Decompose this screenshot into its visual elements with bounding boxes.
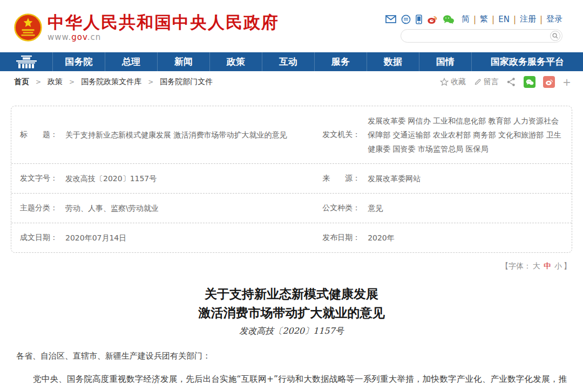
page-actions: 收藏 留言 + (440, 76, 571, 88)
separator: | (492, 15, 494, 24)
meta-label-doc-number: 发文字号： (20, 174, 65, 183)
meta-value-doc-number: 发改高技〔2020〕1157号 (65, 171, 157, 185)
document-meta-table: 标 题： 关于支持新业态新模式健康发展 激活消费市场带动扩大就业的意见 发文机关… (11, 106, 572, 253)
message-button[interactable]: 留言 (473, 77, 499, 87)
meta-label-issuing-agency: 发文机关： (322, 130, 368, 140)
breadcrumb-home[interactable]: 首页 (14, 77, 29, 87)
meta-label-category: 主题分类： (20, 203, 65, 213)
breadcrumb-current: 国务院部门文件 (160, 77, 213, 87)
font-size-medium[interactable]: 中 (544, 262, 551, 270)
meta-label-title: 标 题： (20, 130, 65, 140)
meta-label-source: 来 源： (322, 174, 368, 183)
search-icon[interactable] (550, 31, 560, 41)
meta-label-doc-type: 公文种类： (322, 203, 368, 213)
star-icon (440, 78, 449, 86)
meta-value-doc-type: 意见 (368, 201, 383, 215)
mail-icon[interactable] (385, 15, 396, 23)
nav-item-xinwen[interactable]: 新闻 (157, 52, 209, 71)
comment-icon[interactable] (401, 15, 411, 24)
pen-icon (473, 78, 482, 86)
meta-value-title: 关于支持新业态新模式健康发展 激活消费市场带动扩大就业的意见 (65, 128, 287, 142)
breadcrumb-policy-library[interactable]: 国务院政策文件库 (81, 77, 141, 87)
breadcrumb-row: 首页 > 政策 > 国务院政策文件库 > 国务院部门文件 收藏 留言 + (0, 72, 583, 92)
main-nav: 国务院 总理 新闻 政策 互动 服务 数据 国情 国家政务服务平台 (0, 52, 583, 71)
breadcrumb-separator: > (69, 78, 74, 86)
font-size-suffix: 】 (564, 262, 571, 270)
breadcrumb-zhengce[interactable]: 政策 (48, 77, 63, 87)
breadcrumb-separator: > (148, 78, 153, 86)
breadcrumb: 首页 > 政策 > 国务院政策文件库 > 国务院部门文件 (14, 77, 213, 87)
separator: | (513, 15, 516, 24)
share-weibo-icon[interactable] (543, 76, 555, 88)
site-header: 中华人民共和国中央人民政府 www.gov.cn 简 | 繁 (0, 0, 583, 52)
font-size-selector: 【字体：大中小】 (12, 262, 571, 271)
separator: | (473, 15, 476, 24)
meta-label-written-date: 成文日期： (20, 233, 65, 243)
meta-value-source: 发展改革委网站 (368, 171, 421, 185)
weibo-icon[interactable] (427, 15, 438, 24)
font-size-prefix: 【字体： (501, 262, 531, 270)
breadcrumb-separator: > (36, 78, 41, 86)
document-number: 发改高技〔2020〕1157号 (0, 326, 583, 337)
meta-row-title: 标 题： 关于支持新业态新模式健康发展 激活消费市场带动扩大就业的意见 发文机关… (11, 106, 572, 163)
nav-item-zhengce[interactable]: 政策 (209, 52, 262, 71)
font-size-small[interactable]: 小 (554, 262, 562, 270)
lang-english-link[interactable]: EN (498, 15, 510, 24)
lang-simplified-link[interactable]: 简 (462, 14, 470, 24)
separator: | (540, 15, 543, 24)
meta-value-written-date: 2020年07月14日 (65, 231, 126, 245)
login-link[interactable]: 登录 (546, 14, 562, 24)
share-wechat-icon[interactable] (524, 76, 535, 88)
nav-item-zhengwu-platform[interactable]: 国家政务服务平台 (471, 52, 583, 71)
more-actions-button[interactable]: + (562, 76, 571, 88)
favorite-button[interactable]: 收藏 (440, 77, 466, 87)
nav-item-zongli[interactable]: 总理 (105, 52, 157, 71)
document-salutation: 各省、自治区、直辖市、新疆生产建设兵团有关部门： (16, 351, 567, 361)
meta-value-category: 劳动、人事、监察\劳动就业 (65, 201, 159, 215)
wechat-icon[interactable] (443, 15, 455, 24)
meta-row-dates: 成文日期： 2020年07月14日 发布日期： 2020年 (11, 223, 572, 252)
lang-traditional-link[interactable]: 繁 (480, 14, 488, 24)
register-link[interactable]: 注册 (520, 14, 536, 24)
search-input[interactable] (408, 30, 545, 42)
search-box (401, 29, 562, 43)
nav-item-hudong[interactable]: 互动 (262, 52, 314, 71)
font-size-large[interactable]: 大 (533, 262, 540, 270)
site-title: 中华人民共和国中央人民政府 (48, 13, 279, 31)
meta-label-publish-date: 发布日期： (322, 233, 368, 243)
nav-item-shuju[interactable]: 数据 (367, 52, 419, 71)
nav-item-guoqing[interactable]: 国情 (419, 52, 471, 71)
site-logo[interactable]: 中华人民共和国中央人民政府 www.gov.cn (14, 13, 279, 42)
site-url: www.gov.cn (48, 32, 279, 42)
share-icon[interactable] (506, 77, 516, 87)
nav-item-fuwu[interactable]: 服务 (314, 52, 367, 71)
document-title: 关于支持新业态新模式健康发展 激活消费市场带动扩大就业的意见 (0, 284, 583, 322)
mobile-icon[interactable] (416, 15, 422, 24)
national-emblem-icon (14, 13, 42, 42)
meta-value-publish-date: 2020年 (368, 231, 395, 245)
document-paragraph: 党中央、国务院高度重视数字经济发展，先后出台实施“互联网+”行动和大数据战略等一… (16, 369, 567, 392)
meta-value-issuing-agency: 发展改革委 网信办 工业和信息化部 教育部 人力资源社会保障部 交通运输部 农业… (368, 114, 564, 156)
meta-row-category: 主题分类： 劳动、人事、监察\劳动就业 公文种类： 意见 (11, 193, 572, 223)
nav-item-guowuyuan[interactable]: 国务院 (52, 52, 105, 71)
meta-row-number: 发文字号： 发改高技〔2020〕1157号 来 源： 发展改革委网站 (11, 163, 572, 193)
home-tiananmen-icon[interactable] (0, 52, 52, 71)
